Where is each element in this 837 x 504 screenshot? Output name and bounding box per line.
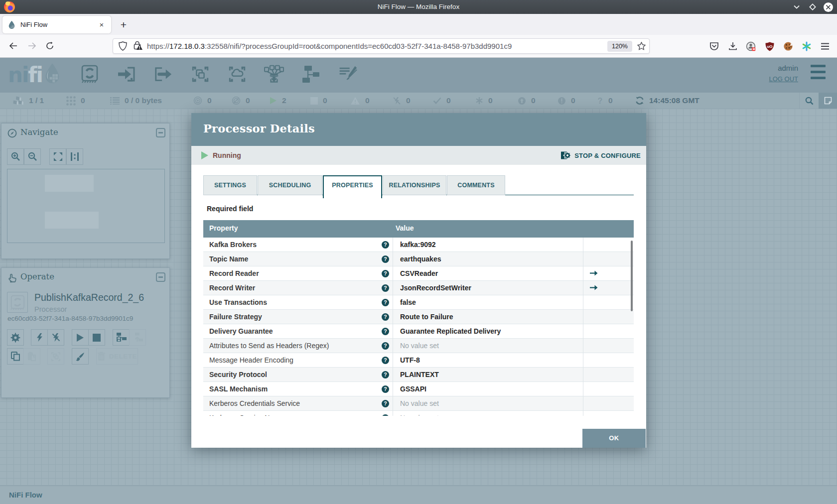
help-icon[interactable]: ? <box>382 328 389 335</box>
back-button[interactable] <box>6 39 20 53</box>
table-scrollbar[interactable] <box>631 241 633 311</box>
property-row[interactable]: Delivery Guarantee?Guarantee Replicated … <box>203 324 634 339</box>
zoom-in-button[interactable] <box>7 148 24 165</box>
template-tool-icon[interactable] <box>301 64 321 85</box>
ublock-icon[interactable]: uO <box>764 41 775 52</box>
property-value[interactable]: PLAINTEXT <box>400 368 439 381</box>
close-icon[interactable] <box>824 2 833 12</box>
processor-tool-icon[interactable] <box>80 64 100 85</box>
help-icon[interactable]: ? <box>382 299 389 306</box>
input-port-tool-icon[interactable] <box>117 64 137 85</box>
color-brush-button[interactable] <box>72 348 89 365</box>
help-icon[interactable]: ? <box>382 255 389 263</box>
zoom-fit-button[interactable] <box>49 148 66 165</box>
collapse-navigate-icon[interactable] <box>156 128 165 137</box>
tab-close-icon[interactable]: × <box>97 20 107 30</box>
property-value[interactable]: CSVReader <box>400 266 438 280</box>
funnel-tool-icon[interactable] <box>264 64 284 85</box>
disable-bolt-button[interactable] <box>47 329 64 346</box>
property-row[interactable]: Failure Strategy?Route to Failure <box>203 310 634 324</box>
help-icon[interactable]: ? <box>382 414 389 416</box>
zoom-indicator[interactable]: 120% <box>607 41 632 52</box>
tab-relationships[interactable]: RELATIONSHIPS <box>383 175 446 195</box>
goto-service-icon[interactable] <box>590 269 598 278</box>
help-icon[interactable]: ? <box>382 284 389 292</box>
global-menu-icon[interactable] <box>811 65 826 83</box>
url-bar[interactable]: https://172.18.0.3:32558/nifi/?processGr… <box>113 38 650 54</box>
help-icon[interactable]: ? <box>382 270 389 277</box>
bulletin-board-icon[interactable] <box>819 93 837 109</box>
property-value[interactable]: kafka:9092 <box>400 238 436 252</box>
padlock-warning-icon[interactable] <box>134 41 141 52</box>
property-value[interactable]: UTF-8 <box>400 353 420 367</box>
minimize-icon[interactable] <box>792 2 801 12</box>
label-tool-icon[interactable] <box>338 64 358 85</box>
property-value[interactable]: GSSAPI <box>400 382 426 396</box>
property-row[interactable]: Kerberos Credentials Service?No value se… <box>203 396 634 411</box>
tab-properties[interactable]: PROPERTIES <box>323 175 382 198</box>
group-button[interactable] <box>47 348 64 365</box>
property-value[interactable]: false <box>400 295 416 309</box>
forward-button[interactable] <box>25 39 39 53</box>
reload-button[interactable] <box>43 39 57 53</box>
configure-gear-button[interactable] <box>7 329 24 346</box>
goto-service-icon[interactable] <box>590 283 598 292</box>
tab-settings[interactable]: SETTINGS <box>203 175 257 195</box>
property-row[interactable]: SASL Mechanism?GSSAPI <box>203 382 634 396</box>
download-icon[interactable] <box>727 41 738 52</box>
zoom-out-button[interactable] <box>24 148 41 165</box>
property-row[interactable]: Record Writer?JsonRecordSetWriter <box>203 281 634 295</box>
property-value[interactable]: earthquakes <box>400 252 441 266</box>
logout-link[interactable]: LOG OUT <box>769 75 798 83</box>
property-row[interactable]: Security Protocol?PLAINTEXT <box>203 368 634 382</box>
tracking-shield-icon[interactable] <box>119 41 127 51</box>
birdseye-minimap[interactable] <box>7 169 165 243</box>
output-port-tool-icon[interactable] <box>153 64 173 85</box>
collapse-operate-icon[interactable] <box>156 272 165 282</box>
tab-comments[interactable]: COMMENTS <box>447 175 505 195</box>
property-row[interactable]: Attributes to Send as Headers (Regex)?No… <box>203 339 634 353</box>
enable-bolt-button[interactable] <box>31 329 48 346</box>
property-row[interactable]: Kerberos Service Name?No value set <box>203 411 634 416</box>
maximize-icon[interactable] <box>808 2 817 12</box>
property-row[interactable]: Message Header Encoding?UTF-8 <box>203 353 634 368</box>
help-icon[interactable]: ? <box>382 400 389 407</box>
help-icon[interactable]: ? <box>382 357 389 364</box>
extension-star-icon[interactable] <box>801 41 812 52</box>
property-value[interactable]: No value set <box>400 339 439 353</box>
breadcrumb[interactable]: NiFi Flow <box>9 491 42 499</box>
delete-button[interactable]: DELETE <box>96 348 138 365</box>
help-icon[interactable]: ? <box>382 241 389 249</box>
property-row[interactable]: Kafka Brokers?kafka:9092 <box>203 238 634 252</box>
menu-icon[interactable] <box>820 41 830 52</box>
help-icon[interactable]: ? <box>382 313 389 321</box>
property-value[interactable]: Guarantee Replicated Delivery <box>400 324 501 338</box>
property-row[interactable]: Topic Name?earthquakes <box>203 252 634 266</box>
help-icon[interactable]: ? <box>382 342 389 350</box>
url-text[interactable]: https://172.18.0.3:32558/nifi/?processGr… <box>147 42 607 50</box>
property-row[interactable]: Record Reader?CSVReader <box>203 266 634 281</box>
stop-configure-button[interactable]: STOP & CONFIGURE <box>561 146 641 165</box>
ok-button[interactable]: OK <box>582 429 646 448</box>
privacy-badge-icon[interactable] <box>746 41 756 52</box>
refresh-icon[interactable] <box>635 96 644 105</box>
process-group-tool-icon[interactable] <box>190 64 210 85</box>
browser-tab[interactable]: NiFi Flow × <box>2 16 111 33</box>
cookie-icon[interactable] <box>783 41 793 52</box>
bookmark-star-icon[interactable] <box>637 42 646 50</box>
pocket-icon[interactable] <box>709 41 719 52</box>
help-icon[interactable]: ? <box>382 385 389 393</box>
start-play-button[interactable] <box>72 329 89 346</box>
property-value[interactable]: No value set <box>400 396 439 410</box>
property-row[interactable]: Use Transactions?false <box>203 295 634 310</box>
new-tab-button[interactable]: + <box>116 17 131 32</box>
help-icon[interactable]: ? <box>382 371 389 378</box>
save-flow-version-button[interactable] <box>113 329 130 346</box>
search-icon[interactable] <box>799 93 819 109</box>
tab-scheduling[interactable]: SCHEDULING <box>258 175 322 195</box>
property-value[interactable]: Route to Failure <box>400 310 453 324</box>
property-value[interactable]: No value set <box>400 411 439 416</box>
copy-button[interactable] <box>7 348 24 365</box>
zoom-actual-button[interactable] <box>66 148 83 165</box>
property-value[interactable]: JsonRecordSetWriter <box>400 281 471 295</box>
